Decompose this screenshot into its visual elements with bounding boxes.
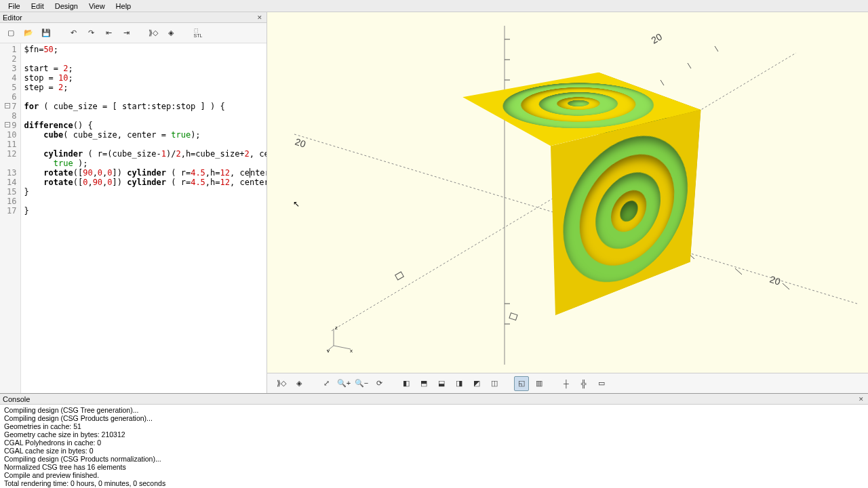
menu-help[interactable]: Help [111,2,137,10]
indent-icon[interactable]: ⇥ [119,26,133,40]
svg-text:y: y [327,348,330,352]
code-editor[interactable]: 1234567−89−1011121314151617 $fn=50; star… [0,43,267,393]
menu-design[interactable]: Design [50,2,83,10]
axis-indicator: z x y [327,325,354,354]
console-line: Compile and preview finished. [4,471,864,479]
svg-text:20: 20 [768,274,782,287]
view-diag-icon[interactable]: ◩ [469,376,484,391]
svg-line-28 [334,346,351,349]
svg-text:20: 20 [650,31,665,46]
console-line: Compiling design (CSG Products generatio… [4,414,864,422]
editor-pane: Editor ✕ ▢ 📂 💾 ↶ ↷ ⇤ ⇥ ⟫◇ ◈ ⬚STL 1234567… [0,12,267,393]
undo-icon[interactable]: ↶ [66,26,80,40]
view-all-icon[interactable]: ⤢ [319,376,334,391]
3d-viewport[interactable]: 20 20 20 z x y [267,12,868,373]
svg-rect-26 [395,272,404,280]
svg-line-13 [715,46,718,52]
console-line: CGAL cache size in bytes: 0 [4,447,864,455]
zoom-in-icon[interactable]: 🔍+ [336,376,351,391]
redo-icon[interactable]: ↷ [84,26,98,40]
view-top-icon[interactable]: ⬒ [416,376,431,391]
console-pane: Console ✕ Compiling design (CSG Tree gen… [0,393,868,488]
svg-text:x: x [350,348,353,352]
menu-file[interactable]: File [3,2,26,10]
render-icon[interactable]: ◈ [164,26,178,40]
ortho-icon[interactable]: ▥ [532,376,547,391]
editor-toolbar: ▢ 📂 💾 ↶ ↷ ⇤ ⇥ ⟫◇ ◈ ⬚STL [0,23,267,43]
console-panel-header: Console ✕ [0,394,868,405]
console-line: Geometries in cache: 51 [4,422,864,430]
zoom-out-icon[interactable]: 🔍− [354,376,369,391]
menubar: File Edit Design View Help [0,0,868,12]
svg-line-19 [783,283,789,289]
export-stl-icon[interactable]: ⬚STL [191,26,205,40]
view-bottom-icon[interactable]: ⬓ [434,376,449,391]
mouse-cursor-icon: ↖ [293,199,300,209]
console-line: Normalized CSG tree has 16 elements [4,463,864,471]
menu-view[interactable]: View [83,2,111,10]
console-title: Console [3,395,30,403]
console-line: Compiling design (CSG Products normaliza… [4,455,864,463]
open-file-icon[interactable]: 📂 [22,26,35,40]
view-right-icon[interactable]: ◧ [399,376,414,391]
svg-line-11 [660,80,664,85]
svg-text:z: z [335,325,338,331]
new-file-icon[interactable]: ▢ [4,26,18,40]
svg-text:20: 20 [294,136,307,150]
editor-panel-header: Editor ✕ [0,12,267,23]
console-line: Geometry cache size in bytes: 210312 [4,430,864,439]
editor-close-icon[interactable]: ✕ [256,14,264,22]
console-line: Compiling design (CSG Tree generation)..… [4,406,864,414]
render-btn-icon[interactable]: ◈ [292,376,307,391]
editor-title: Editor [3,14,22,22]
show-axes-icon[interactable]: ┼ [559,376,574,391]
console-line: Total rendering time: 0 hours, 0 minutes… [4,479,864,487]
rendered-model [498,100,688,290]
view-left-icon[interactable]: ◨ [452,376,467,391]
preview-btn-icon[interactable]: ⟫◇ [274,376,289,391]
console-output[interactable]: Compiling design (CSG Tree generation)..… [0,405,868,488]
perspective-icon[interactable]: ◱ [514,376,529,391]
unindent-icon[interactable]: ⇤ [102,26,115,40]
svg-line-18 [735,268,742,274]
viewer-toolbar: ⟫◇ ◈ ⤢ 🔍+ 🔍− ⟳ ◧ ⬒ ⬓ ◨ ◩ ◫ ◱ ▥ ┼ ╬ ▭ [267,373,868,393]
reset-view-icon[interactable]: ⟳ [372,376,387,391]
menu-edit[interactable]: Edit [26,2,50,10]
preview-icon[interactable]: ⟫◇ [146,26,160,40]
console-close-icon[interactable]: ✕ [857,395,865,403]
save-file-icon[interactable]: 💾 [39,26,53,40]
svg-rect-24 [509,313,517,321]
show-scale-icon[interactable]: ╬ [576,376,591,391]
viewer-pane: 20 20 20 z x y [267,12,868,393]
svg-line-12 [688,63,691,68]
view-center-icon[interactable]: ◫ [487,376,502,391]
console-line: CGAL Polyhedrons in cache: 0 [4,439,864,447]
show-edges-icon[interactable]: ▭ [594,376,609,391]
